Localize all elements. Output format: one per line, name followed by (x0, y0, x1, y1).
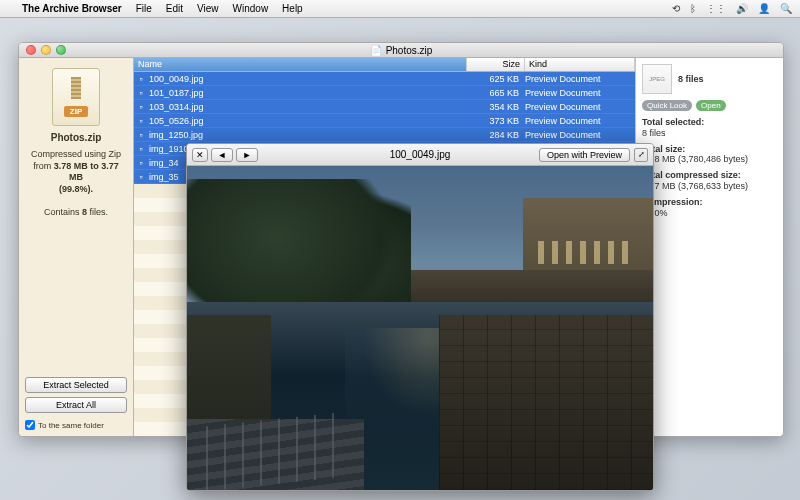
file-name: 105_0526.jpg (148, 116, 467, 126)
archive-description: Compressed using Zip from 3.78 MB to 3.7… (25, 149, 127, 219)
column-kind[interactable]: Kind (525, 58, 635, 71)
file-kind: Preview Document (525, 130, 635, 140)
window-title: Photos.zip (386, 45, 433, 56)
file-row[interactable]: ▫img_1250.jpg284 KBPreview Document (134, 128, 635, 142)
menu-help[interactable]: Help (282, 3, 303, 14)
file-icon: ▫ (134, 88, 148, 98)
menu-view[interactable]: View (197, 3, 219, 14)
menu-edit[interactable]: Edit (166, 3, 183, 14)
same-folder-checkbox[interactable]: To the same folder (25, 420, 127, 430)
file-icon: ▫ (134, 116, 148, 126)
bluetooth-icon[interactable]: ᛒ (690, 3, 696, 14)
quicklook-toolbar[interactable]: ✕ ◄ ► 100_0049.jpg Open with Preview ⤢ (187, 144, 653, 166)
volume-icon[interactable]: 🔊 (736, 3, 748, 14)
quicklook-image (187, 166, 653, 490)
file-size: 665 KB (467, 88, 525, 98)
total-selected-label: Total selected: (642, 117, 704, 127)
compressed-size-value: 3.77 MB (3,768,633 bytes) (642, 181, 748, 191)
file-kind: Preview Document (525, 88, 635, 98)
column-size[interactable]: Size (467, 58, 525, 71)
column-headers[interactable]: Name Size Kind (134, 58, 635, 72)
window-titlebar[interactable]: 📄Photos.zip (19, 43, 783, 58)
open-button[interactable]: Open (696, 100, 726, 111)
open-with-preview-button[interactable]: Open with Preview (539, 148, 630, 162)
file-row[interactable]: ▫105_0526.jpg373 KBPreview Document (134, 114, 635, 128)
quicklook-prev-button[interactable]: ◄ (211, 148, 233, 162)
extract-all-button[interactable]: Extract All (25, 397, 127, 413)
file-icon: ▫ (134, 130, 148, 140)
file-name: 101_0187.jpg (148, 88, 467, 98)
spotlight-icon[interactable]: 🔍 (780, 3, 792, 14)
file-row[interactable]: ▫101_0187.jpg665 KBPreview Document (134, 86, 635, 100)
fullscreen-icon[interactable]: ⤢ (634, 148, 648, 162)
total-selected-value: 8 files (642, 128, 666, 138)
file-icon: ▫ (134, 144, 148, 154)
file-kind: Preview Document (525, 74, 635, 84)
system-menubar: The Archive Browser File Edit View Windo… (0, 0, 800, 18)
file-icon: ▫ (134, 74, 148, 84)
wifi-icon[interactable]: ⋮⋮ (706, 3, 726, 14)
archive-filename: Photos.zip (51, 132, 102, 143)
file-kind: Preview Document (525, 102, 635, 112)
file-icon: ▫ (134, 172, 148, 182)
file-size: 354 KB (467, 102, 525, 112)
quick-look-button[interactable]: Quick Look (642, 100, 692, 111)
zip-archive-icon: ZIP (52, 68, 100, 126)
file-size: 625 KB (467, 74, 525, 84)
selection-count: 8 files (678, 74, 704, 84)
total-size-value: 3.78 MB (3,780,486 bytes) (642, 154, 748, 164)
selection-info-panel: JPEG 8 files Quick Look Open Total selec… (635, 58, 783, 436)
archive-info-sidebar: ZIP Photos.zip Compressed using Zip from… (19, 58, 134, 436)
timemachine-icon[interactable]: ⟲ (672, 3, 680, 14)
file-row[interactable]: ▫100_0049.jpg625 KBPreview Document (134, 72, 635, 86)
file-icon: ▫ (134, 158, 148, 168)
quicklook-close-button[interactable]: ✕ (192, 148, 208, 162)
file-thumbnail: JPEG (642, 64, 672, 94)
file-name: 100_0049.jpg (148, 74, 467, 84)
compressed-size-label: Total compressed size: (642, 170, 741, 180)
file-icon: ▫ (134, 102, 148, 112)
file-size: 373 KB (467, 116, 525, 126)
quicklook-next-button[interactable]: ► (236, 148, 258, 162)
quicklook-window: ✕ ◄ ► 100_0049.jpg Open with Preview ⤢ (186, 143, 654, 491)
column-name[interactable]: Name (134, 58, 467, 71)
menu-window[interactable]: Window (233, 3, 269, 14)
folder-icon: 📄 (370, 45, 382, 56)
file-size: 284 KB (467, 130, 525, 140)
user-icon[interactable]: 👤 (758, 3, 770, 14)
app-menu[interactable]: The Archive Browser (22, 3, 122, 14)
file-name: 103_0314.jpg (148, 102, 467, 112)
file-row[interactable]: ▫103_0314.jpg354 KBPreview Document (134, 100, 635, 114)
file-kind: Preview Document (525, 116, 635, 126)
file-name: img_1250.jpg (148, 130, 467, 140)
menu-file[interactable]: File (136, 3, 152, 14)
extract-selected-button[interactable]: Extract Selected (25, 377, 127, 393)
